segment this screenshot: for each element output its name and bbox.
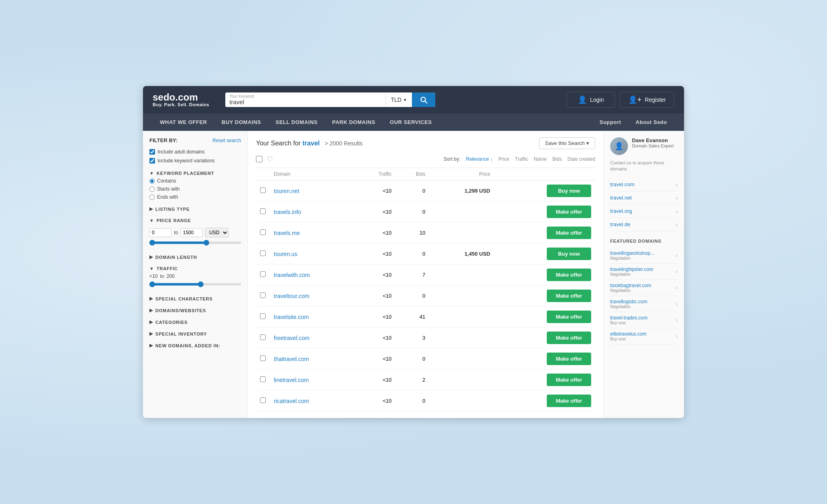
- login-button[interactable]: 👤 Login: [567, 92, 615, 108]
- make-offer-button-8[interactable]: Make offer: [547, 353, 591, 365]
- make-offer-button-1[interactable]: Make offer: [547, 206, 591, 218]
- section-keyword-placement[interactable]: ▼ KEYWORD PLACEMENT: [149, 167, 241, 178]
- section-new-domains[interactable]: ▶ NEW DOMAINS, ADDED IN:: [149, 339, 241, 351]
- radio-contains-input[interactable]: [149, 178, 155, 184]
- row-checkbox-1[interactable]: [260, 208, 266, 214]
- row-checkbox-2[interactable]: [260, 229, 266, 235]
- domain-name-8[interactable]: thaitravel.com: [274, 356, 309, 362]
- price-thumb-min[interactable]: [149, 240, 155, 246]
- domain-name-10[interactable]: ricatravel.com: [274, 398, 309, 404]
- currency-select[interactable]: USD EUR: [205, 228, 229, 237]
- section-special-chars[interactable]: ▶ SPECIAL CHARACTERS: [149, 292, 241, 304]
- sort-label: Sort by:: [444, 156, 460, 162]
- featured-item-5[interactable]: elitetravelus.com Buy now ›: [610, 328, 678, 344]
- domain-name-5[interactable]: traveltour.com: [274, 293, 309, 299]
- row-checkbox-7[interactable]: [260, 334, 266, 340]
- traffic-thumb-max[interactable]: [198, 281, 204, 287]
- section-listing-type[interactable]: ▶ LISTING TYPE: [149, 202, 241, 214]
- domain-name-0[interactable]: touren.net: [274, 188, 299, 194]
- domain-name-2[interactable]: travels.me: [274, 230, 300, 236]
- make-offer-button-4[interactable]: Make offer: [547, 269, 591, 281]
- section-categories[interactable]: ▶ CATEGORIES: [149, 315, 241, 327]
- price-range-control: to USD EUR: [149, 228, 241, 244]
- section-price-range[interactable]: ▼ PRICE RANGE: [149, 214, 241, 225]
- nav-our-services[interactable]: OUR SERVICES: [382, 113, 439, 131]
- traffic-range-slider[interactable]: [149, 283, 241, 286]
- domain-name-6[interactable]: travelsite.com: [274, 314, 309, 320]
- row-checkbox-3[interactable]: [260, 250, 266, 256]
- results-count: > 2000 Results: [325, 140, 363, 147]
- select-all-checkbox[interactable]: [256, 156, 262, 162]
- nav-buy-domains[interactable]: BUY DOMAINS: [214, 113, 269, 131]
- price-cell-0: 1,299 USD: [429, 181, 494, 202]
- section-special-inventory[interactable]: ▶ SPECIAL INVENTORY: [149, 327, 241, 339]
- section-kw-label: KEYWORD PLACEMENT: [157, 171, 214, 176]
- domain-name-3[interactable]: touren.us: [274, 251, 297, 257]
- make-offer-button-6[interactable]: Make offer: [547, 311, 591, 323]
- nav-park-domains[interactable]: PARK DOMAINS: [325, 113, 382, 131]
- traffic-cell-10: <10: [355, 391, 396, 412]
- nav-support[interactable]: Support: [592, 113, 628, 131]
- checkbox-adult-input[interactable]: [149, 149, 155, 155]
- row-checkbox-5[interactable]: [260, 292, 266, 298]
- featured-item-1[interactable]: travelinghipster.com Negotiation ›: [610, 264, 678, 280]
- sort-date[interactable]: Date created: [567, 156, 595, 162]
- radio-ends-input[interactable]: [149, 195, 155, 200]
- domain-name-9[interactable]: linetravel.com: [274, 377, 309, 383]
- sort-name[interactable]: Name: [534, 156, 547, 162]
- top-domain-2[interactable]: travel.org›: [610, 205, 678, 218]
- top-domain-1[interactable]: travel.net›: [610, 191, 678, 205]
- reset-search-link[interactable]: Reset search: [212, 138, 241, 143]
- make-offer-button-5[interactable]: Make offer: [547, 290, 591, 302]
- traffic-thumb-min[interactable]: [149, 281, 155, 287]
- sort-relevance[interactable]: Relevance ↓: [466, 156, 493, 162]
- top-domain-3[interactable]: travel.de›: [610, 218, 678, 231]
- sort-traffic[interactable]: Traffic: [515, 156, 528, 162]
- featured-item-4[interactable]: travel-trades.com Buy now ›: [610, 312, 678, 328]
- featured-item-0[interactable]: travellingworkshop... Negotiation ›: [610, 248, 678, 264]
- buy-now-button-0[interactable]: Buy now: [547, 185, 591, 197]
- price-thumb-max[interactable]: [204, 240, 209, 246]
- domain-name-7[interactable]: freetravel.com: [274, 335, 310, 341]
- sort-bids[interactable]: Bids: [552, 156, 562, 162]
- price-min-input[interactable]: [149, 228, 172, 237]
- make-offer-button-2[interactable]: Make offer: [547, 227, 591, 239]
- save-search-button[interactable]: Save this Search ▾: [539, 137, 595, 149]
- section-domain-length[interactable]: ▶ DOMAIN LENGTH: [149, 250, 241, 262]
- sort-price[interactable]: Price: [498, 156, 509, 162]
- make-offer-button-9[interactable]: Make offer: [547, 374, 591, 386]
- top-domain-0[interactable]: travel.com›: [610, 178, 678, 191]
- make-offer-button-7[interactable]: Make offer: [547, 332, 591, 344]
- row-checkbox-4[interactable]: [260, 271, 266, 277]
- price-max-input[interactable]: [181, 228, 203, 237]
- section-domains-websites[interactable]: ▶ DOMAINS/WEBSITES: [149, 304, 241, 315]
- domain-name-4[interactable]: travelwith.com: [274, 272, 310, 278]
- checkbox-keyword-input[interactable]: [149, 158, 155, 164]
- search-input[interactable]: [229, 99, 382, 105]
- row-checkbox-8[interactable]: [260, 355, 266, 361]
- row-checkbox-10[interactable]: [260, 397, 266, 403]
- featured-item-3[interactable]: travellogistic.com Negotiation ›: [610, 296, 678, 312]
- tld-selector[interactable]: TLD ▼: [386, 92, 412, 107]
- nav-sell-domains[interactable]: SELL DOMAINS: [268, 113, 325, 131]
- register-button[interactable]: 👤+ Register: [620, 92, 674, 108]
- make-offer-button-10[interactable]: Make offer: [547, 395, 591, 407]
- featured-item-2[interactable]: bookbagtravel.com Negotiation ›: [610, 280, 678, 296]
- featured-info-1: travelinghipster.com Negotiation: [610, 267, 653, 277]
- radio-starts-input[interactable]: [149, 187, 155, 192]
- row-checkbox-9[interactable]: [260, 376, 266, 382]
- buy-now-button-3[interactable]: Buy now: [547, 248, 591, 260]
- favorites-icon[interactable]: ♡: [267, 155, 273, 164]
- search-button[interactable]: [412, 92, 435, 107]
- nav-about[interactable]: About Sedo: [628, 113, 674, 131]
- row-checkbox-6[interactable]: [260, 313, 266, 319]
- traffic-cell-6: <10: [355, 307, 396, 328]
- section-traffic[interactable]: ▼ TRAFFIC: [149, 262, 241, 273]
- domain-name-1[interactable]: travels.info: [274, 209, 301, 215]
- nav-right: Support About Sedo: [592, 113, 674, 131]
- price-range-slider[interactable]: [149, 242, 241, 244]
- row-checkbox-0[interactable]: [260, 187, 266, 193]
- radio-ends-with: Ends with: [149, 194, 241, 200]
- nav-what-we-offer[interactable]: WHAT WE OFFER: [153, 113, 214, 131]
- table-toolbar: ♡ Sort by: Relevance ↓ Price Traffic Nam…: [256, 155, 595, 168]
